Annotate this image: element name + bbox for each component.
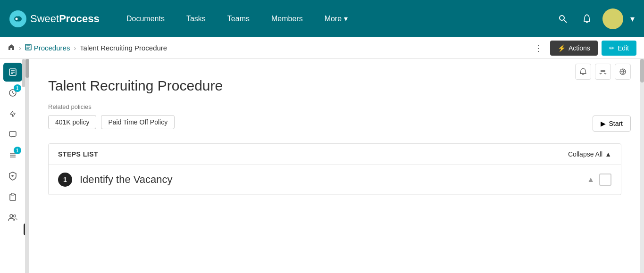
policy-tag-pto[interactable]: Paid Time Off Policy xyxy=(101,115,175,129)
content-area: Talent Recruiting Procedure Related poli… xyxy=(29,59,640,273)
sidebar-item-policies[interactable] xyxy=(3,166,22,185)
steps-section: STEPS LIST Collapse All ▲ 1 Identify the… xyxy=(48,143,621,195)
right-scrollbar[interactable] xyxy=(640,59,644,273)
scrollbar-thumb xyxy=(25,59,29,78)
breadcrumb-separator-1: › xyxy=(19,44,21,52)
sidebar-item-comments[interactable] xyxy=(3,125,22,144)
globe-tool-button[interactable] xyxy=(615,64,631,80)
svg-line-2 xyxy=(564,20,567,23)
collapse-all-button[interactable]: Collapse All ▲ xyxy=(568,150,611,158)
steps-header: STEPS LIST Collapse All ▲ xyxy=(49,144,621,165)
policy-tags: 401K policy Paid Time Off Policy xyxy=(48,115,621,129)
actions-button[interactable]: ⚡ Actions xyxy=(550,41,598,56)
sidebar-item-list[interactable]: 1 xyxy=(3,146,22,165)
sidebar-item-team[interactable] xyxy=(3,208,22,227)
procedures-icon xyxy=(25,44,32,52)
step-actions-1: ▲ xyxy=(587,174,611,186)
right-scroll-thumb xyxy=(640,59,644,83)
nav-teams[interactable]: Teams xyxy=(219,10,258,28)
left-sidebar: 1 1 xyxy=(0,59,25,273)
breadcrumb-procedures[interactable]: Procedures xyxy=(25,44,70,52)
procedures-label: Procedures xyxy=(34,44,70,52)
left-content-scrollbar[interactable] xyxy=(25,59,29,273)
step-title-1: Identify the Vacancy xyxy=(80,174,579,186)
list-badge: 1 xyxy=(14,147,21,154)
step-number-1: 1 xyxy=(58,173,72,187)
logo-icon xyxy=(9,10,26,27)
svg-line-14 xyxy=(13,93,14,94)
chevron-down-icon: ▾ xyxy=(344,14,348,23)
breadcrumb-actions: ⋮ ⚡ Actions ✏ Edit xyxy=(530,41,636,56)
step-row: 1 Identify the Vacancy ▲ xyxy=(49,165,621,195)
svg-point-0 xyxy=(16,17,18,20)
steps-list-title: STEPS LIST xyxy=(58,150,98,158)
logo-text: SweetProcess xyxy=(30,13,100,25)
top-navigation: SweetProcess Documents Tasks Teams Membe… xyxy=(0,0,644,37)
breadcrumb: › Procedures › Talent Recruiting Procedu… xyxy=(0,37,644,59)
main-content: Talent Recruiting Procedure Related poli… xyxy=(29,59,640,273)
nav-documents[interactable]: Documents xyxy=(118,10,173,28)
logo[interactable]: SweetProcess xyxy=(9,10,104,27)
account-dropdown-icon[interactable]: ▾ xyxy=(630,14,635,24)
sidebar-item-recent[interactable]: 1 xyxy=(3,83,22,102)
step-checkbox-1[interactable] xyxy=(599,174,611,186)
edit-button[interactable]: ✏ Edit xyxy=(602,41,636,56)
play-icon: ▶ xyxy=(601,120,606,127)
svg-rect-15 xyxy=(9,132,16,136)
svg-point-1 xyxy=(560,16,564,20)
avatar[interactable] xyxy=(602,8,623,29)
svg-point-23 xyxy=(10,215,13,217)
svg-point-24 xyxy=(13,215,16,217)
nav-members[interactable]: Members xyxy=(263,10,311,28)
recent-badge: 1 xyxy=(14,84,21,92)
sidebar-item-documents[interactable] xyxy=(3,63,22,82)
breadcrumb-separator-2: › xyxy=(74,44,76,52)
page-title: Talent Recruiting Procedure xyxy=(48,78,621,94)
edit-icon: ✏ xyxy=(609,44,615,52)
nav-right: ▾ xyxy=(554,8,635,29)
notifications-button[interactable] xyxy=(578,10,595,27)
related-policies-label: Related policies xyxy=(48,103,621,110)
lightning-icon: ⚡ xyxy=(558,44,566,52)
sort-tool-button[interactable] xyxy=(595,64,611,80)
more-options-button[interactable]: ⋮ xyxy=(530,41,546,55)
bell-tool-button[interactable] xyxy=(575,64,591,80)
breadcrumb-current-page: Talent Recruiting Procedure xyxy=(80,44,167,52)
sidebar-scrollbar xyxy=(22,59,25,87)
policies-tooltip: Policies xyxy=(24,223,25,235)
nav-more[interactable]: More ▾ xyxy=(316,9,356,28)
chevron-up-icon: ▲ xyxy=(605,150,611,158)
step-chevron-up[interactable]: ▲ xyxy=(587,175,594,184)
content-toolbar xyxy=(575,64,631,80)
policy-tag-401k[interactable]: 401K policy xyxy=(48,115,96,129)
sidebar-item-likes[interactable] xyxy=(3,104,22,123)
main-layout: 1 1 xyxy=(0,59,644,273)
nav-tasks[interactable]: Tasks xyxy=(178,10,214,28)
nav-links: Documents Tasks Teams Members More ▾ xyxy=(118,9,540,28)
svg-rect-22 xyxy=(11,193,14,195)
search-button[interactable] xyxy=(554,10,571,27)
home-button[interactable] xyxy=(8,43,15,53)
start-button[interactable]: ▶ Start xyxy=(593,116,631,132)
sidebar-item-clipboard[interactable] xyxy=(3,187,22,206)
